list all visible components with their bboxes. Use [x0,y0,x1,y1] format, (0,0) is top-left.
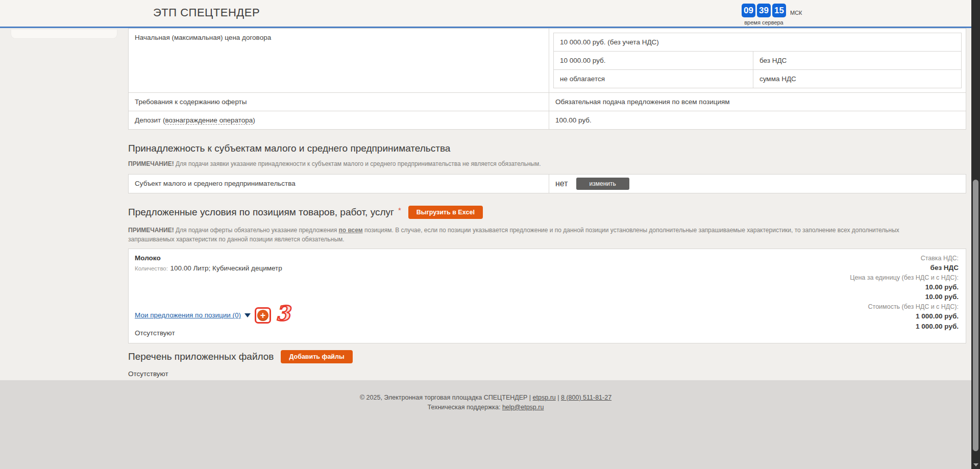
sme-row-value: нет [555,179,568,188]
operator-fee-tooltip-link[interactable]: вознаграждение оператора [165,116,253,125]
add-files-button[interactable]: Добавить файлы [281,350,352,363]
vertical-scrollbar[interactable] [971,0,980,469]
quantity-value: 100.00 Литр; Кубический дециметр [170,264,282,272]
required-asterisk: * [398,206,401,214]
clock-minutes: 39 [757,4,771,17]
table-row: 10 000.00 руб. (без учета НДС) [554,33,961,51]
cost-label: Стоимость (без НДС и с НДС): [850,302,959,311]
page-footer: © 2025, Электронная торговая площадка СП… [0,380,971,469]
cost-no-vat: 1 000.00 руб. [850,311,959,322]
positions-note: ПРИМЕЧАНИЕ! Для подачи оферты обязательн… [128,226,924,244]
table-row: 10 000.00 руб. без НДС [554,51,961,69]
clock-hours: 09 [742,4,755,17]
vat-amount-label: сумма НДС [753,70,961,88]
contract-info-table: Начальная (максимальная) цена договора 1… [128,28,966,130]
vat-rate-label: Ставка НДС: [850,254,959,263]
clock-timezone: МСК [790,10,802,16]
cost-with-vat: 1 000.00 руб. [850,322,959,332]
price-total: 10 000.00 руб. (без учета НДС) [554,33,961,51]
scrollbar-thumb[interactable] [973,180,978,451]
change-sme-button[interactable]: изменить [576,178,629,190]
page-header: ЭТП СПЕЦТЕНДЕР 09 39 15 МСК время сервер… [0,0,980,28]
item-price-summary: Ставка НДС: без НДС Цена за единицу (без… [850,254,959,331]
table-row-price: Начальная (максимальная) цена договора 1… [129,29,966,92]
annotation-highlight-box: + [255,307,271,324]
price-breakdown-table: 10 000.00 руб. (без учета НДС) 10 000.00… [553,33,962,88]
deposit-value: 100.00 руб. [549,111,966,129]
position-item-panel: Молоко Количество: 100.00 Литр; Кубическ… [128,249,966,343]
offer-requirements-label: Требования к содержанию оферты [129,93,549,111]
clock-caption: время сервера [742,19,786,26]
unit-price-with-vat: 10.00 руб. [850,292,959,302]
files-section-heading: Перечень приложенных файлов [128,351,274,362]
footer-copyright-line: © 2025, Электронная торговая площадка СП… [0,393,971,403]
sme-section-heading: Принадлежность к субъектам малого и сред… [128,143,966,154]
unit-price-no-vat: 10.00 руб. [850,282,959,292]
table-row-deposit: Депозит (вознаграждение оператора) 100.0… [129,111,966,129]
phone-link[interactable]: 8 (800) 511-81-27 [561,394,611,401]
unit-price-label: Цена за единицу (без НДС и с НДС): [850,273,959,282]
scrollbar-down-arrow-icon[interactable] [973,463,978,466]
chevron-down-icon[interactable] [244,313,251,317]
proposals-empty-text: Отсутствуют [135,329,959,337]
main-content: Начальная (максимальная) цена договора 1… [128,28,966,405]
files-empty-text: Отсутствуют [128,370,966,378]
sme-note: ПРИМЕЧАНИЕ! Для подачи заявки указание п… [128,159,966,168]
clock-seconds: 15 [772,4,786,17]
vat-amount-value: не облагается [554,70,753,88]
add-proposal-plus-icon[interactable]: + [257,310,268,321]
sme-row-label: Субъект малого и среднего предпринимател… [129,175,549,193]
sme-table: Субъект малого и среднего предпринимател… [128,174,966,193]
item-name: Молоко [135,254,959,262]
table-row-sme: Субъект малого и среднего предпринимател… [129,175,966,193]
positions-section-heading: Предложенные условия по позициям товаров… [128,207,394,218]
app-title: ЭТП СПЕЦТЕНДЕР [153,6,260,19]
price-without-vat: 10 000.00 руб. [554,52,753,69]
site-link[interactable]: etpsp.ru [533,394,556,401]
deposit-label: Депозит (вознаграждение оператора) [129,111,549,129]
sidebar-panel-remnant [11,30,117,39]
support-email-link[interactable]: help@etpsp.ru [502,404,544,411]
price-without-vat-label: без НДС [753,52,961,69]
quantity-label: Количество: [135,265,168,271]
my-proposals-link[interactable]: Мои предложения по позиции (0) [135,311,241,319]
export-excel-button[interactable]: Выгрузить в Excel [408,206,483,219]
offer-requirements-value: Обязательная подача предложения по всем … [549,93,966,111]
annotation-step-number: 3 [276,301,290,325]
vat-rate-value: без НДС [850,263,959,273]
table-row-offer-requirements: Требования к содержанию оферты Обязатель… [129,92,966,111]
footer-support-line: Техническая поддержка: help@etpsp.ru [0,403,971,412]
price-row-label: Начальная (максимальная) цена договора [129,29,549,92]
table-row: не облагается сумма НДС [554,69,961,88]
server-clock: 09 39 15 МСК время сервера [742,4,802,26]
